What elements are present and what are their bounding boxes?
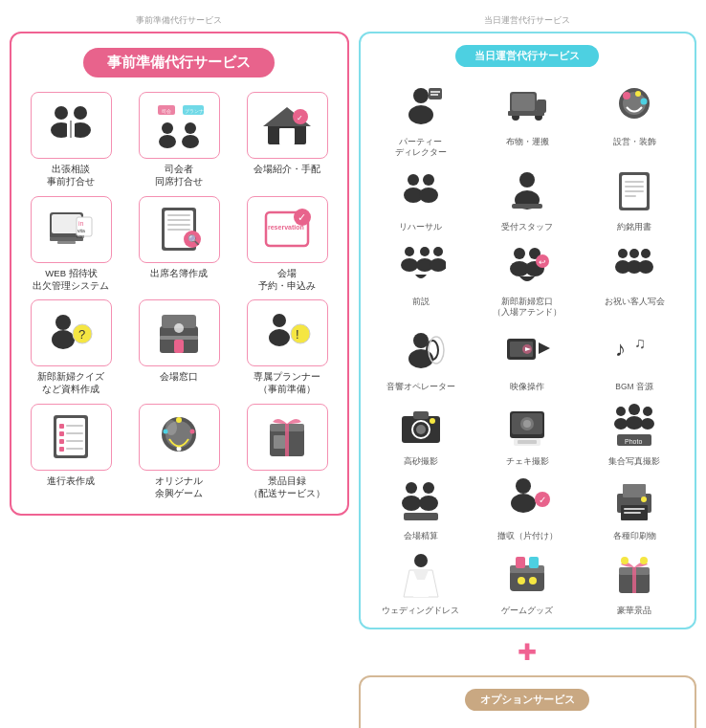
- svg-rect-163: [624, 512, 641, 514]
- schedule-icon-box: [31, 404, 112, 471]
- svg-point-74: [408, 105, 433, 124]
- svg-text:♫: ♫: [634, 335, 646, 351]
- svg-rect-30: [167, 219, 190, 221]
- svg-point-178: [621, 557, 629, 564]
- list-item: reservation ✓ 会場予約・申込み: [237, 196, 338, 293]
- svg-point-46: [174, 323, 184, 333]
- svg-point-145: [626, 416, 643, 430]
- cleanup-icon: ✓: [502, 476, 552, 524]
- list-item: 設営・装飾: [584, 78, 685, 158]
- svg-point-164: [641, 496, 647, 502]
- transport-icon-box: [495, 78, 560, 134]
- invitation-icon: in vita tion: [42, 203, 99, 255]
- left-header-label: 事前準備代行サービス: [10, 14, 349, 27]
- game-label: オリジナル余興ゲーム: [155, 474, 203, 500]
- venue-icon: ✓: [258, 99, 316, 152]
- list-item: 出張相談事前打合せ: [21, 92, 121, 188]
- right-box: 当日運営代行サービス パーティ: [359, 32, 696, 629]
- svg-rect-45: [160, 336, 198, 340]
- svg-point-174: [529, 577, 537, 585]
- svg-text:♪: ♪: [615, 337, 626, 361]
- option-box-title: オプションサービス: [465, 689, 589, 711]
- option-box: オプションサービス プロカメラマン: [359, 675, 696, 728]
- list-item: 会場窓口: [129, 299, 230, 396]
- mc-icon-box: 司会 プランナー: [139, 92, 220, 159]
- list-item: 約銘用書: [584, 164, 685, 232]
- svg-point-0: [55, 106, 68, 120]
- instant-photo-icon: [502, 402, 552, 450]
- left-box-title: 事前準備代行サービス: [83, 48, 275, 77]
- counter-icon: [150, 307, 208, 360]
- svg-rect-59: [66, 440, 83, 442]
- photo-guest-icon-box: [602, 238, 667, 294]
- svg-text:🔍: 🔍: [188, 233, 200, 246]
- photo-guest-label: お祝い客人写会: [605, 297, 665, 307]
- svg-point-49: [269, 329, 290, 346]
- schedule-icon: [42, 410, 99, 463]
- planner-icon: !: [258, 307, 316, 360]
- svg-rect-57: [66, 432, 83, 434]
- svg-point-143: [614, 418, 628, 430]
- roster-icon-box: 🔍: [139, 196, 220, 263]
- photographer-icon-box: [388, 722, 453, 728]
- list-item: 景品目録（配送サービス）: [237, 404, 338, 500]
- svg-rect-29: [167, 214, 190, 216]
- audio-icon: [396, 327, 446, 375]
- list-item: ✓ 撤収（片付け）: [477, 473, 579, 541]
- list-item: in vita tion WEB 招待状出欠管理システム: [21, 196, 121, 293]
- list-item: 会場精算: [370, 473, 472, 541]
- list-item: オリジナル余興ゲーム: [129, 404, 230, 500]
- bgm-icon-box: ♪ ♫: [602, 323, 667, 379]
- reservation-icon: reservation ✓: [258, 203, 316, 255]
- svg-rect-79: [512, 94, 535, 111]
- svg-point-155: [516, 478, 531, 494]
- cleanup-label: 撤収（片付け）: [497, 531, 558, 541]
- audio-icon-box: [388, 323, 453, 379]
- svg-text:!: !: [296, 327, 299, 342]
- gift-icon-box: [247, 404, 328, 471]
- meeting-label: 出張相談事前打合せ: [47, 163, 95, 188]
- invitation-icon-box: in vita tion: [31, 196, 112, 263]
- reservation-label: 会場予約・申込み: [258, 267, 316, 293]
- instant-photo-label: チェキ撮影: [506, 456, 549, 467]
- list-item: 前説: [370, 238, 472, 318]
- decoration-icon: [609, 82, 659, 130]
- svg-point-11: [159, 135, 176, 148]
- svg-rect-83: [508, 111, 544, 116]
- performer-icon-box: ✚: [495, 722, 560, 728]
- printing-icon-box: [602, 473, 667, 528]
- svg-rect-134: [413, 411, 429, 419]
- list-item: ウェディングドレス: [370, 547, 472, 616]
- svg-rect-47: [174, 340, 184, 353]
- meeting-icon: [42, 99, 99, 152]
- director-icon: [396, 82, 446, 130]
- svg-point-50: [291, 324, 310, 343]
- decoration-label: 設営・装飾: [613, 137, 656, 147]
- svg-rect-154: [404, 513, 438, 520]
- mc-icon: 司会 プランナー: [150, 99, 208, 152]
- left-section: 事前準備代行サービス 事前準備代行サービス: [5, 10, 354, 728]
- svg-text:✓: ✓: [539, 495, 546, 505]
- svg-point-144: [629, 404, 640, 415]
- printing-icon: [609, 476, 659, 524]
- intro-icon-box: [388, 238, 453, 294]
- svg-rect-54: [59, 424, 64, 429]
- gift-label: 景品目録（配送サービス）: [249, 474, 325, 500]
- svg-point-10: [162, 122, 173, 134]
- video-icon: [502, 327, 552, 375]
- svg-point-123: [429, 337, 444, 364]
- svg-point-146: [643, 407, 652, 416]
- svg-text:↩: ↩: [539, 257, 546, 267]
- svg-point-103: [401, 258, 418, 272]
- svg-point-119: [638, 260, 653, 274]
- svg-point-151: [402, 496, 421, 511]
- svg-rect-160: [623, 484, 646, 497]
- schedule-label: 進行表作成: [47, 474, 95, 487]
- rehearsal-label: リハーサル: [399, 222, 442, 232]
- svg-rect-141: [518, 440, 537, 444]
- document-label: 約銘用書: [617, 222, 651, 232]
- list-item: リハーサル: [370, 164, 472, 232]
- rehearsal-icon-box: [388, 164, 453, 219]
- luxury-prize-label: 豪華景品: [617, 606, 651, 616]
- svg-point-116: [629, 249, 639, 258]
